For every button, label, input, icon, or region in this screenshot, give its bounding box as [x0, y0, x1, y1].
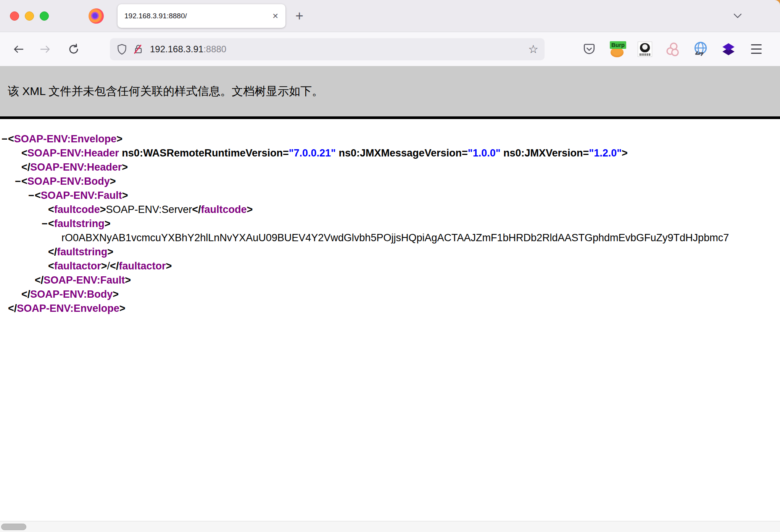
xml-b: >	[122, 190, 128, 201]
xml-tree: −<SOAP-ENV:Envelope><SOAP-ENV:Header ns0…	[0, 119, 780, 518]
menu-button[interactable]	[748, 41, 765, 58]
xml-tag: faultactor	[119, 260, 166, 272]
xml-notice-bar: 该 XML 文件并未包含任何关联的样式信息。文档树显示如下。	[0, 66, 780, 119]
xml-txt: rO0ABXNyAB1vcmcuYXBhY2hlLnNvYXAuU09BUEV4…	[61, 232, 729, 243]
foxyproxy-fox-icon: Burp	[609, 41, 625, 57]
xml-b: >	[125, 274, 131, 286]
xml-b: <	[48, 204, 54, 215]
pinned-tab-firefox-icon[interactable]	[89, 8, 104, 24]
pocket-button[interactable]	[581, 41, 598, 58]
xml-tag: SOAP-ENV:Header	[27, 147, 119, 159]
xml-b: >	[113, 289, 119, 300]
panda-extension-button[interactable]	[637, 41, 653, 58]
tab-close-icon[interactable]: ✕	[272, 11, 279, 21]
xml-b: >	[101, 260, 107, 272]
forward-arrow-icon	[40, 44, 51, 54]
translate-extension-button[interactable]	[692, 41, 709, 58]
url-host: 192.168.3.91	[150, 44, 203, 54]
xml-line: −<faultstring>	[0, 217, 780, 231]
xml-tag: SOAP-ENV:Envelope	[14, 133, 117, 145]
xml-b: >	[100, 204, 106, 215]
xml-b: <	[21, 147, 27, 159]
xml-attr: ns0:JMXMessageVersion=	[336, 147, 468, 159]
xml-b: >	[122, 161, 128, 173]
foxyproxy-burp-button[interactable]: Burp	[609, 41, 625, 58]
xml-tag: faultactor	[54, 260, 101, 272]
tab-title: 192.168.3.91:8880/	[124, 12, 268, 20]
forward-button[interactable]	[38, 42, 53, 57]
navigation-toolbar: 192.168.3.91:8880 ☆ Burp	[0, 32, 780, 66]
url-bar[interactable]: 192.168.3.91:8880 ☆	[110, 38, 545, 60]
xml-line: −<SOAP-ENV:Envelope>	[0, 132, 780, 146]
xml-b: </	[48, 246, 57, 258]
xml-attr: ns0:JMXVersion=	[500, 147, 589, 159]
window-zoom-button[interactable]	[40, 11, 49, 21]
insecure-lock-icon[interactable]	[132, 44, 144, 55]
purple-layers-icon	[720, 41, 736, 57]
xml-b: >	[622, 147, 628, 159]
xml-txt: /	[107, 260, 110, 272]
burp-badge: Burp	[610, 41, 626, 49]
xml-b: </	[21, 289, 30, 300]
xml-b: </	[35, 274, 44, 286]
list-all-tabs-button[interactable]	[733, 13, 743, 19]
collapse-marker[interactable]: −	[15, 174, 21, 189]
window-minimize-button[interactable]	[25, 11, 34, 21]
xml-line: </SOAP-ENV:Header>	[0, 160, 780, 174]
xml-tag: faultstring	[57, 246, 107, 258]
new-tab-button[interactable]: +	[295, 9, 303, 23]
xml-line: <faultactor>/</faultactor>	[0, 259, 780, 273]
xml-b: >	[107, 246, 113, 258]
collapse-marker[interactable]: −	[2, 132, 8, 146]
xml-line: rO0ABXNyAB1vcmcuYXBhY2hlLnNvYXAuU09BUEV4…	[0, 231, 780, 245]
bookmark-star-icon[interactable]: ☆	[528, 44, 538, 55]
xml-txt: SOAP-ENV:Server	[106, 204, 192, 215]
xml-tag: SOAP-ENV:Header	[30, 161, 122, 173]
collapse-marker[interactable]: −	[28, 189, 35, 203]
tab-bar: 192.168.3.91:8880/ ✕ +	[0, 0, 780, 32]
traffic-lights	[10, 11, 49, 21]
panda-extension-icon	[638, 42, 652, 57]
xml-line: </SOAP-ENV:Envelope>	[0, 301, 780, 316]
horizontal-scrollbar-thumb[interactable]	[1, 524, 26, 530]
xml-attr: ns0:WASRemoteRuntimeVersion=	[119, 147, 289, 159]
xml-line: </faultstring>	[0, 245, 780, 259]
window-close-button[interactable]	[10, 11, 19, 21]
xml-b: >	[110, 176, 116, 187]
xml-notice-text: 该 XML 文件并未包含任何关联的样式信息。文档树显示如下。	[8, 84, 323, 99]
layers-extension-button[interactable]	[720, 41, 737, 58]
hamburger-menu-icon	[751, 44, 762, 54]
xml-val: "1.2.0"	[589, 147, 622, 159]
horizontal-scrollbar-track[interactable]	[0, 521, 780, 532]
reload-icon	[68, 44, 79, 55]
xml-val: "7.0.0.21"	[289, 147, 336, 159]
back-button[interactable]	[11, 42, 26, 57]
url-text: 192.168.3.91:8880	[150, 44, 226, 55]
permissions-shield-icon[interactable]	[117, 44, 127, 55]
reload-button[interactable]	[66, 42, 81, 57]
chevron-down-icon	[733, 13, 743, 19]
xml-line: </SOAP-ENV:Body>	[0, 287, 780, 301]
xml-tag: faultcode	[201, 204, 247, 215]
xml-tag: SOAP-ENV:Envelope	[17, 303, 119, 314]
xml-b: </	[21, 161, 30, 173]
url-port: :8880	[203, 44, 226, 54]
firefox-window: 192.168.3.91:8880/ ✕ +	[0, 0, 780, 532]
xml-tag: SOAP-ENV:Fault	[41, 190, 122, 201]
xml-b: >	[247, 204, 253, 215]
xml-val: "1.0.0"	[468, 147, 501, 159]
xml-b: >	[116, 133, 122, 145]
xml-line: <SOAP-ENV:Header ns0:WASRemoteRuntimeVer…	[0, 146, 780, 160]
pocket-icon	[583, 43, 596, 56]
xml-b: </	[110, 260, 119, 272]
xml-b: <	[35, 190, 41, 201]
xml-b: <	[48, 218, 54, 229]
active-tab[interactable]: 192.168.3.91:8880/ ✕	[118, 4, 285, 28]
xml-b: >	[119, 303, 126, 314]
xml-b: <	[48, 260, 54, 272]
collapse-marker[interactable]: −	[42, 217, 48, 231]
circles-extension-button[interactable]	[664, 41, 681, 58]
extension-toolbar: Burp	[581, 41, 765, 58]
xml-b: </	[8, 303, 17, 314]
xml-tag: SOAP-ENV:Body	[27, 176, 110, 187]
